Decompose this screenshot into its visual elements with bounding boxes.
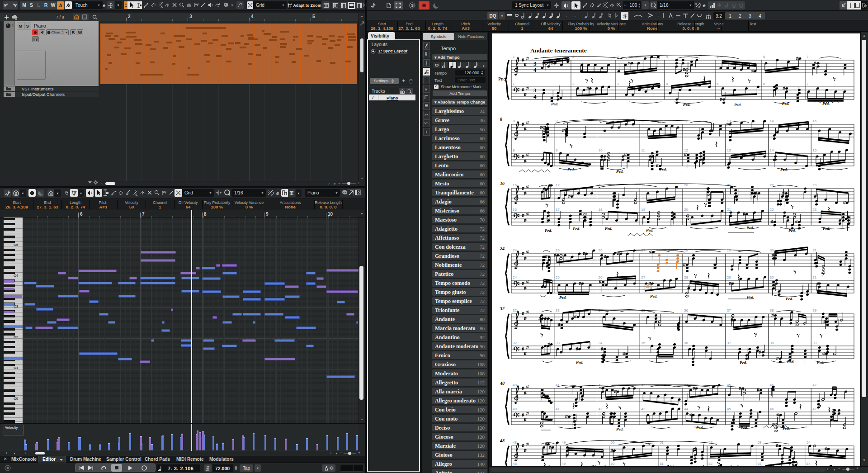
svg-text:6: 6	[763, 82, 765, 86]
svg-text:Ped.: Ped.	[740, 360, 747, 365]
svg-text:35: 35	[641, 341, 645, 345]
svg-text:33: 33	[556, 341, 560, 345]
svg-text:32: 32	[513, 308, 517, 312]
svg-text:Ped.: Ped.	[746, 226, 754, 230]
svg-text:7: 7	[807, 82, 809, 86]
svg-text:25: 25	[556, 248, 560, 252]
svg-text:30: 30	[770, 275, 774, 279]
svg-text:16: 16	[513, 183, 517, 187]
svg-text:27: 27	[641, 275, 645, 279]
svg-text:Ped.: Ped.	[545, 228, 552, 233]
svg-text:6: 6	[763, 55, 765, 59]
svg-text:49: 49	[561, 462, 566, 466]
svg-text:31: 31	[812, 248, 816, 252]
svg-text:3: 3	[617, 82, 619, 86]
svg-text:11: 11	[641, 119, 645, 123]
svg-text:1: 1	[513, 55, 515, 59]
svg-text:22: 22	[770, 208, 774, 212]
svg-text:42: 42	[599, 407, 603, 411]
svg-text:47: 47	[812, 407, 816, 411]
svg-text:Ped.: Ped.	[551, 102, 558, 106]
svg-text:37: 37	[727, 341, 731, 345]
svg-text:10: 10	[599, 148, 603, 152]
svg-text:Ped.: Ped.	[605, 226, 612, 231]
svg-text:S: S	[410, 3, 413, 8]
svg-text:16: 16	[513, 208, 517, 212]
svg-text:20: 20	[684, 208, 688, 212]
svg-text:Ped.: Ped.	[616, 427, 623, 431]
svg-text:40: 40	[513, 407, 517, 411]
svg-text:Ped.: Ped.	[747, 295, 754, 299]
svg-text:8: 8	[500, 117, 502, 122]
svg-text:Ped.: Ped.	[817, 360, 824, 364]
svg-text:40: 40	[500, 381, 505, 386]
svg-text:24: 24	[500, 246, 505, 251]
svg-text:14: 14	[770, 148, 774, 152]
svg-text:13: 13	[727, 148, 731, 152]
svg-text:72: 72	[427, 72, 429, 75]
svg-text:Ped.: Ped.	[573, 227, 580, 231]
svg-text:Ped.: Ped.	[683, 102, 690, 107]
svg-text:36: 36	[684, 308, 688, 312]
svg-text:8: 8	[513, 119, 515, 123]
svg-text:53: 53	[757, 462, 761, 466]
svg-text:15: 15	[812, 119, 816, 123]
svg-text:50: 50	[611, 462, 615, 466]
svg-text:Ped.: Ped.	[782, 101, 789, 106]
svg-text:Ped.: Ped.	[660, 167, 667, 171]
svg-text:1: 1	[513, 82, 515, 86]
svg-text:4: 4	[666, 82, 668, 86]
svg-text:Andante teneramente: Andante teneramente	[530, 47, 587, 54]
svg-text:31: 31	[812, 275, 816, 279]
svg-text:Ped.: Ped.	[559, 295, 566, 300]
svg-text:49: 49	[561, 440, 566, 445]
svg-text:Ped.: Ped.	[567, 167, 575, 171]
svg-text:45: 45	[727, 407, 731, 411]
svg-text:28: 28	[684, 248, 688, 252]
svg-text:Ped.: Ped.	[787, 359, 794, 364]
svg-text:54: 54	[807, 462, 811, 466]
svg-text:44: 44	[684, 407, 688, 411]
svg-text:9: 9	[556, 148, 558, 152]
svg-text:26: 26	[599, 275, 603, 279]
svg-text:18: 18	[599, 208, 603, 212]
svg-text:36: 36	[684, 341, 688, 345]
svg-text:32: 32	[500, 306, 505, 311]
svg-text:5: 5	[717, 82, 719, 86]
svg-text:33: 33	[556, 308, 560, 312]
svg-text:46: 46	[770, 407, 774, 411]
svg-text:T: T	[425, 130, 428, 134]
svg-text:38: 38	[770, 308, 774, 312]
svg-text:2: 2	[572, 82, 575, 86]
svg-text:12: 12	[684, 148, 688, 152]
svg-text:Ped.: Ped.	[646, 228, 653, 232]
svg-text:28: 28	[684, 275, 688, 279]
svg-text:23: 23	[812, 208, 816, 212]
svg-text:17: 17	[556, 208, 560, 212]
svg-text:4: 4	[533, 93, 537, 100]
svg-text:Ped.: Ped.	[823, 226, 830, 231]
svg-text:Ped.: Ped.	[650, 294, 657, 298]
svg-text:23: 23	[812, 183, 816, 187]
svg-text:39: 39	[812, 341, 816, 345]
svg-text:41: 41	[556, 407, 560, 411]
svg-text:52: 52	[708, 462, 712, 466]
svg-text:Pno: Pno	[498, 76, 506, 81]
svg-text:5: 5	[717, 55, 719, 59]
svg-text:26: 26	[599, 248, 603, 252]
svg-text:21: 21	[727, 208, 731, 212]
svg-text:3: 3	[533, 87, 537, 94]
svg-text:37: 37	[727, 308, 731, 312]
svg-text:Ped.: Ped.	[616, 169, 623, 174]
svg-text:24: 24	[513, 248, 517, 252]
svg-text:38: 38	[770, 341, 774, 345]
svg-text:48: 48	[513, 462, 517, 466]
svg-text:53: 53	[757, 440, 761, 445]
svg-text:8: 8	[513, 148, 515, 152]
svg-text:Ped.: Ped.	[780, 167, 788, 172]
svg-text:52: 52	[708, 440, 712, 445]
svg-text:24: 24	[513, 275, 517, 279]
svg-text:47: 47	[812, 383, 816, 387]
svg-text:19: 19	[641, 208, 645, 212]
svg-text:30: 30	[770, 248, 774, 252]
